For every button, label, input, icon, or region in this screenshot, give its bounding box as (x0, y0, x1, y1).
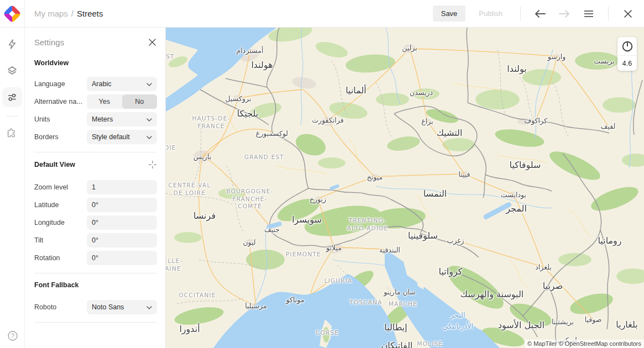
divider (34, 322, 157, 323)
settings-title: Settings (34, 38, 64, 47)
roboto-label: Roboto (34, 303, 87, 311)
map-attribution[interactable]: © MapTiler © OpenStreetMap contributors (525, 340, 644, 348)
divider (34, 273, 157, 273)
plugins-puzzle-icon[interactable] (2, 123, 22, 143)
panel-close-icon[interactable] (148, 38, 157, 47)
chevron-down-icon (146, 115, 152, 123)
language-row: Language Arabic (34, 77, 157, 91)
rotation-input[interactable]: 0° (87, 251, 157, 265)
chevron-down-icon (146, 80, 152, 88)
breadcrumb-current: Streets (77, 9, 103, 18)
chevron-down-icon (146, 303, 152, 311)
toggle-no[interactable]: No (122, 94, 158, 109)
redo-arrow-icon[interactable] (555, 4, 574, 23)
units-row: Units Meters (34, 112, 157, 126)
settings-sliders-icon[interactable] (2, 87, 22, 107)
svg-text:?: ? (11, 333, 14, 339)
longitude-input[interactable]: 0° (87, 215, 157, 230)
divider (520, 7, 521, 21)
latitude-input[interactable]: 0° (87, 198, 157, 212)
default-view-heading: Default View (34, 160, 157, 169)
chevron-down-icon (146, 133, 152, 141)
latitude-label: Latitude (34, 201, 87, 209)
icon-rail: ? (0, 28, 25, 348)
alternative-names-toggle: Yes No (87, 94, 157, 109)
borders-select[interactable]: Style default (87, 130, 157, 144)
alternative-names-row: Alternative na... Yes No (34, 94, 157, 109)
publish-button[interactable]: Publish (471, 6, 510, 22)
breadcrumb-parent[interactable]: My maps (34, 9, 68, 18)
menu-icon[interactable] (579, 4, 598, 23)
zoom-level-indicator[interactable]: 4.6 (617, 56, 637, 71)
rotation-label: Rotation (34, 254, 87, 262)
longitude-label: Longitude (34, 219, 87, 226)
divider (608, 7, 609, 21)
maptiler-logo-icon (6, 7, 19, 20)
app-logo[interactable] (0, 0, 25, 28)
units-label: Units (34, 115, 87, 123)
divider (6, 116, 18, 117)
longitude-row: Longitude 0° (34, 215, 157, 230)
latitude-row: Latitude 0° (34, 198, 157, 212)
crosshair-icon[interactable] (148, 160, 157, 169)
zoom-level-label: Zoom level (34, 183, 87, 191)
topbar: My maps / Streets Save Publish (0, 0, 644, 28)
language-select[interactable]: Arabic (87, 77, 157, 91)
save-button[interactable]: Save (433, 6, 466, 22)
map-canvas[interactable]: هولندابلجيكاألمانيابولنداالتشيكسلوفاكياا… (166, 28, 644, 348)
tilt-input[interactable]: 0° (87, 233, 157, 247)
borders-row: Borders Style default (34, 130, 157, 144)
help-icon[interactable]: ? (0, 330, 25, 341)
worldview-heading: Worldview (34, 59, 157, 67)
zoom-level-row: Zoom level 1 (34, 180, 157, 194)
undo-arrow-icon[interactable] (531, 4, 549, 23)
roboto-fallback-select[interactable]: Noto Sans (87, 300, 157, 314)
close-icon[interactable] (619, 4, 637, 23)
roboto-row: Roboto Noto Sans (34, 300, 157, 314)
breadcrumb: My maps / Streets (34, 9, 103, 18)
font-fallback-heading: Font Fallback (34, 281, 157, 289)
map-art (166, 28, 644, 348)
borders-label: Borders (34, 133, 87, 141)
settings-panel: Settings Worldview Language Arabic Alter… (25, 28, 166, 348)
alternative-names-label: Alternative na... (34, 98, 87, 106)
quick-actions-lightning-icon[interactable] (2, 34, 22, 54)
layers-icon[interactable] (2, 61, 22, 81)
divider (34, 152, 157, 152)
compass-bearing-icon[interactable] (617, 37, 637, 56)
units-select[interactable]: Meters (87, 112, 157, 126)
map-control: 4.6 (617, 37, 637, 71)
tilt-label: Tilt (34, 236, 87, 244)
zoom-level-input[interactable]: 1 (87, 180, 157, 194)
breadcrumb-separator: / (71, 9, 74, 18)
language-label: Language (34, 80, 87, 88)
rotation-row: Rotation 0° (34, 251, 157, 265)
tilt-row: Tilt 0° (34, 233, 157, 247)
toggle-yes[interactable]: Yes (87, 94, 122, 109)
